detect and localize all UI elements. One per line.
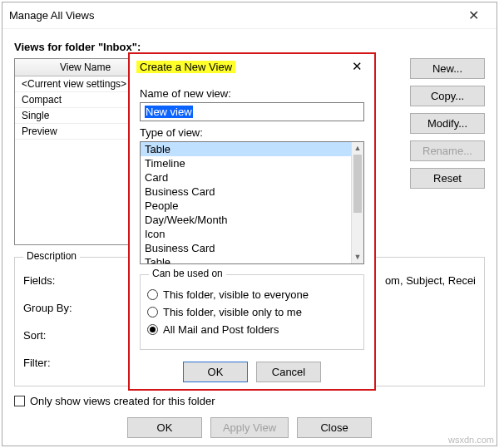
list-item[interactable]: Business Card xyxy=(141,185,351,199)
scroll-down-icon[interactable]: ▼ xyxy=(352,251,363,263)
close-button[interactable]: Close xyxy=(297,417,372,438)
list-item[interactable]: Table xyxy=(141,142,351,156)
radio-only-me-label: This folder, visible only to me xyxy=(163,306,302,318)
side-buttons: New... Copy... Modify... Rename... Reset xyxy=(410,58,485,189)
list-item[interactable]: Card xyxy=(141,170,351,185)
list-item[interactable]: Table xyxy=(141,255,351,264)
scroll-up-icon[interactable]: ▲ xyxy=(352,142,363,155)
can-be-used-on-legend: Can be used on xyxy=(149,268,226,279)
name-value: New view xyxy=(145,106,193,118)
type-of-view-listbox[interactable]: Table Timeline Card Business Card People… xyxy=(140,141,364,264)
name-of-view-label: Name of new view: xyxy=(140,87,364,100)
radio-row-everyone[interactable]: This folder, visible to everyone xyxy=(147,288,357,301)
description-legend: Description xyxy=(23,250,80,262)
bottom-buttons: OK Apply View Close xyxy=(14,417,485,438)
views-for-label: Views for folder "Inbox": xyxy=(14,41,485,53)
radio-row-all-folders[interactable]: All Mail and Post folders xyxy=(147,323,357,336)
only-show-row[interactable]: Only show views created for this folder xyxy=(14,395,485,407)
radio-only-me[interactable] xyxy=(147,307,158,318)
modal-cancel-button[interactable]: Cancel xyxy=(256,362,321,382)
modal-title: Create a New View xyxy=(136,61,235,73)
list-item[interactable]: People xyxy=(141,199,351,213)
parent-close-button[interactable]: ✕ xyxy=(457,7,490,23)
rename-button[interactable]: Rename... xyxy=(410,140,485,161)
sort-label: Sort: xyxy=(23,329,90,342)
modal-ok-button[interactable]: OK xyxy=(183,362,248,382)
new-button[interactable]: New... xyxy=(410,58,485,79)
list-item[interactable]: Timeline xyxy=(141,156,351,170)
radio-everyone-label: This folder, visible to everyone xyxy=(163,288,309,301)
only-show-label: Only show views created for this folder xyxy=(30,395,215,407)
radio-row-only-me[interactable]: This folder, visible only to me xyxy=(147,306,357,318)
create-new-view-dialog: Create a New View ✕ Name of new view: Ne… xyxy=(128,52,376,391)
radio-everyone[interactable] xyxy=(147,289,158,300)
copy-button[interactable]: Copy... xyxy=(410,86,485,106)
list-item[interactable]: Day/Week/Month xyxy=(141,213,351,227)
apply-view-button[interactable]: Apply View xyxy=(210,417,289,438)
filter-label: Filter: xyxy=(23,357,90,369)
scroll-thumb[interactable] xyxy=(353,155,362,213)
list-item[interactable]: Business Card xyxy=(141,241,351,255)
can-be-used-on-group: Can be used on This folder, visible to e… xyxy=(140,274,364,350)
list-item[interactable]: Icon xyxy=(141,227,351,241)
ok-button[interactable]: OK xyxy=(127,417,202,438)
reset-button[interactable]: Reset xyxy=(410,168,485,189)
radio-all-folders-label: All Mail and Post folders xyxy=(163,323,279,336)
modal-buttons: OK Cancel xyxy=(140,362,364,382)
watermark: wsxdn.com xyxy=(448,435,494,445)
parent-titlebar: Manage All Views ✕ xyxy=(2,2,497,29)
fields-label: Fields: xyxy=(23,274,90,287)
name-of-view-input[interactable]: New view xyxy=(140,102,364,121)
groupby-label: Group By: xyxy=(23,302,90,314)
parent-title: Manage All Views xyxy=(9,9,457,22)
radio-all-folders[interactable] xyxy=(147,324,158,335)
listbox-scrollbar[interactable]: ▲ ▼ xyxy=(351,142,363,263)
fields-value: om, Subject, Recei xyxy=(385,274,476,287)
modify-button[interactable]: Modify... xyxy=(410,113,485,134)
modal-close-button[interactable]: ✕ xyxy=(345,59,369,74)
type-of-view-label: Type of view: xyxy=(140,126,364,139)
only-show-checkbox[interactable] xyxy=(14,396,25,406)
modal-titlebar: Create a New View ✕ xyxy=(130,54,374,79)
